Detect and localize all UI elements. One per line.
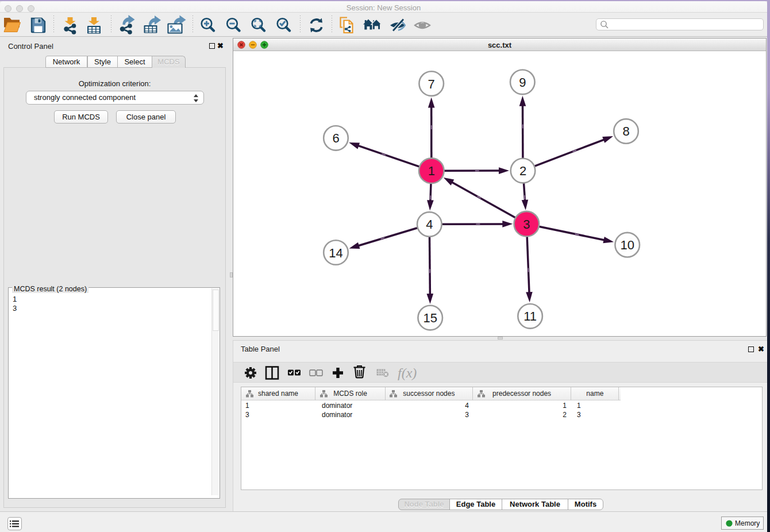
- svg-text:15: 15: [423, 311, 437, 325]
- svg-text:11: 11: [523, 309, 537, 323]
- svg-text:10: 10: [620, 238, 634, 252]
- svg-text:14: 14: [329, 246, 342, 260]
- svg-text:8: 8: [622, 124, 629, 138]
- svg-text:7: 7: [428, 77, 435, 91]
- svg-text:9: 9: [519, 75, 526, 90]
- svg-text:2: 2: [519, 164, 526, 178]
- svg-text:3: 3: [523, 217, 530, 232]
- svg-text:4: 4: [426, 217, 433, 232]
- svg-text:6: 6: [332, 131, 339, 145]
- svg-text:f(x): f(x): [398, 365, 417, 380]
- svg-text:1: 1: [428, 164, 435, 178]
